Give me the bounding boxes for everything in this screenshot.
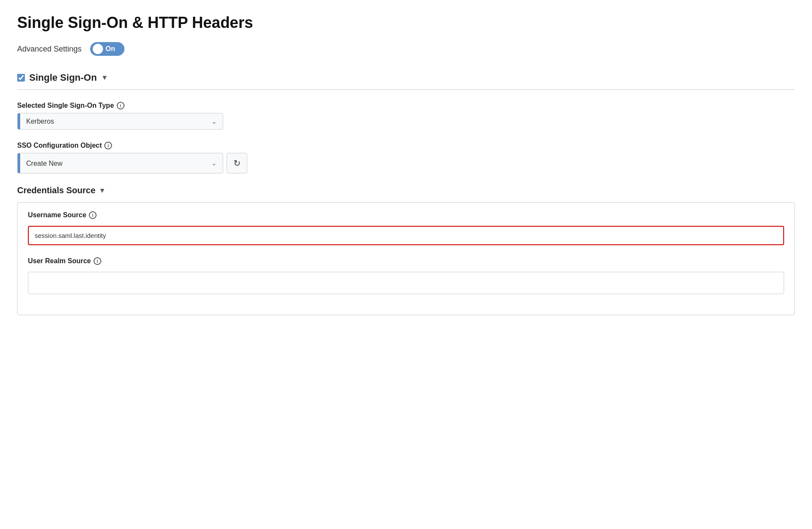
advanced-settings-toggle[interactable]: On — [90, 42, 124, 56]
sso-section-header: Single Sign-On ▼ — [17, 68, 795, 88]
sso-config-select[interactable]: Create New — [20, 153, 206, 173]
sso-section-checkbox[interactable] — [17, 74, 25, 82]
sso-section-chevron[interactable]: ▼ — [101, 74, 108, 82]
sso-type-label-text: Selected Single Sign-On Type — [17, 102, 114, 109]
advanced-settings-label: Advanced Settings — [17, 45, 82, 54]
advanced-settings-row: Advanced Settings On — [17, 42, 795, 56]
sso-type-select-wrapper: Kerberos SAML Basic NTLM ⌄ — [17, 113, 223, 130]
sso-config-row: Create New ⌄ ↻ — [17, 153, 795, 173]
username-source-info-icon[interactable]: i — [89, 211, 97, 219]
credentials-box: Username Source i User Realm Source i — [17, 202, 795, 315]
sso-form-section: Selected Single Sign-On Type i Kerberos … — [17, 102, 795, 315]
sso-type-select[interactable]: Kerberos SAML Basic NTLM — [20, 113, 206, 129]
user-realm-label-text: User Realm Source — [28, 257, 91, 265]
credentials-header: Credentials Source ▼ — [17, 185, 795, 195]
user-realm-input[interactable] — [28, 272, 784, 294]
credentials-title: Credentials Source — [17, 185, 95, 195]
user-realm-label: User Realm Source i — [28, 257, 784, 265]
sso-config-info-icon[interactable]: i — [104, 142, 112, 149]
username-source-input[interactable] — [28, 226, 784, 245]
sso-config-label-text: SSO Configuration Object — [17, 142, 102, 149]
sso-config-label: SSO Configuration Object i — [17, 142, 795, 149]
sso-config-select-wrapper: Create New ⌄ — [17, 153, 223, 173]
credentials-chevron-icon[interactable]: ▼ — [99, 187, 106, 195]
sso-type-label: Selected Single Sign-On Type i — [17, 102, 795, 109]
sso-config-field-group: SSO Configuration Object i Create New ⌄ … — [17, 142, 795, 173]
section-divider — [17, 89, 795, 90]
sso-section-title: Single Sign-On — [29, 72, 97, 83]
user-realm-info-icon[interactable]: i — [94, 257, 101, 265]
sso-type-info-icon[interactable]: i — [117, 102, 124, 109]
user-realm-field-group: User Realm Source i — [28, 257, 784, 294]
sso-config-refresh-button[interactable]: ↻ — [227, 153, 247, 173]
page-title: Single Sign-On & HTTP Headers — [17, 14, 795, 32]
refresh-icon: ↻ — [233, 158, 241, 168]
username-source-field-group: Username Source i — [28, 211, 784, 245]
credentials-section: Credentials Source ▼ Username Source i U… — [17, 185, 795, 315]
sso-type-field-group: Selected Single Sign-On Type i Kerberos … — [17, 102, 795, 130]
username-source-label-text: Username Source — [28, 211, 86, 219]
toggle-label: On — [106, 45, 115, 53]
sso-config-chevron-icon: ⌄ — [206, 153, 223, 173]
toggle-circle — [93, 44, 103, 54]
sso-type-chevron-icon: ⌄ — [206, 113, 223, 129]
username-source-label: Username Source i — [28, 211, 784, 219]
